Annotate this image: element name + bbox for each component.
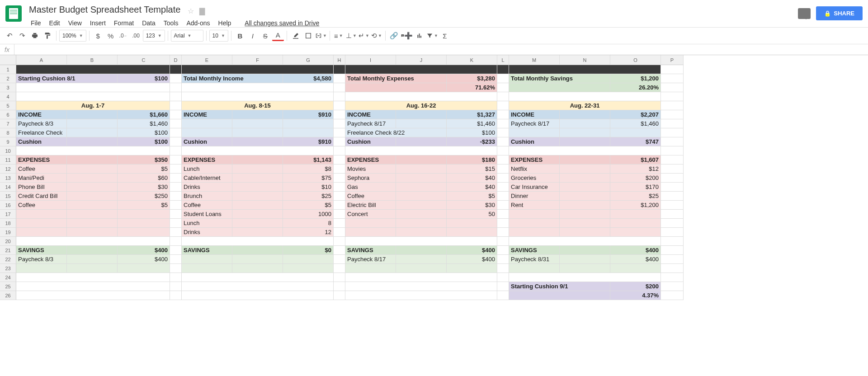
cell[interactable] <box>497 291 509 300</box>
cell[interactable] <box>170 119 182 128</box>
row-21[interactable]: 21 <box>0 246 16 255</box>
cell[interactable] <box>396 210 447 219</box>
cell[interactable]: Paycheck 8/3 <box>16 119 67 128</box>
spreadsheet-grid[interactable]: A B C D E F G H I J K L M N O P 1 2 Star… <box>0 55 868 300</box>
cell[interactable]: Starting Cushion 8/1 <box>16 74 118 83</box>
col-I[interactable]: I <box>345 55 396 65</box>
cell[interactable] <box>509 83 610 92</box>
cell[interactable]: Cushion <box>345 137 396 146</box>
cell[interactable] <box>182 255 232 264</box>
formula-input[interactable] <box>14 44 868 55</box>
cell[interactable]: $5 <box>118 201 170 210</box>
cell[interactable] <box>334 83 345 92</box>
cell[interactable] <box>396 155 447 164</box>
cell[interactable]: Credit Card Bill <box>16 192 67 201</box>
cell[interactable] <box>170 282 182 291</box>
cell[interactable] <box>67 255 118 264</box>
cell[interactable] <box>497 192 509 201</box>
wrap-icon[interactable]: ↵▼ <box>358 30 370 42</box>
cell[interactable]: $4,580 <box>283 74 334 83</box>
cell[interactable] <box>16 291 170 300</box>
cell[interactable] <box>67 246 118 255</box>
cell[interactable] <box>334 192 345 201</box>
cell[interactable]: $40 <box>447 174 497 183</box>
cell[interactable] <box>509 210 560 219</box>
cell[interactable]: Freelance Check 8/22 <box>345 128 447 137</box>
cell[interactable] <box>170 128 182 137</box>
cell[interactable] <box>283 119 334 128</box>
cell[interactable] <box>334 273 345 282</box>
cell[interactable] <box>396 255 447 264</box>
cell[interactable] <box>610 219 661 228</box>
cell[interactable] <box>610 210 661 219</box>
star-icon[interactable]: ☆ <box>188 7 194 15</box>
cell[interactable]: Total Monthly Expenses <box>345 74 447 83</box>
cell[interactable] <box>560 246 610 255</box>
cell[interactable]: Coffee <box>16 201 67 210</box>
cell[interactable] <box>661 246 684 255</box>
col-G[interactable]: G <box>283 55 334 65</box>
row-9[interactable]: 9 <box>0 137 16 146</box>
cell[interactable] <box>16 219 67 228</box>
cell[interactable] <box>170 219 182 228</box>
cell[interactable]: $1,200 <box>610 201 661 210</box>
cell[interactable] <box>661 65 684 74</box>
cell[interactable] <box>661 92 684 101</box>
cell[interactable] <box>497 183 509 192</box>
redo-icon[interactable]: ↷ <box>16 30 28 42</box>
cell[interactable] <box>16 65 170 74</box>
cell[interactable] <box>232 192 283 201</box>
cell[interactable]: $3,280 <box>447 74 497 83</box>
cell[interactable] <box>67 201 118 210</box>
increase-decimal-icon[interactable]: .00 <box>130 30 142 42</box>
merge-icon[interactable]: ▼ <box>315 30 327 42</box>
cell[interactable] <box>560 137 610 146</box>
cell[interactable] <box>170 174 182 183</box>
cell[interactable]: Lunch <box>182 219 232 228</box>
cell[interactable] <box>232 210 283 219</box>
cell[interactable] <box>396 174 447 183</box>
cell[interactable] <box>497 219 509 228</box>
cell[interactable] <box>497 74 509 83</box>
cell[interactable]: Concert <box>345 210 396 219</box>
cell[interactable] <box>170 65 182 74</box>
cell[interactable] <box>560 164 610 174</box>
cell[interactable] <box>170 74 182 83</box>
cell[interactable]: Gas <box>345 183 396 192</box>
cell[interactable]: $200 <box>610 174 661 183</box>
cell[interactable] <box>232 119 283 128</box>
cell[interactable] <box>170 83 182 92</box>
cell[interactable] <box>283 255 334 264</box>
cell[interactable] <box>232 164 283 174</box>
cell[interactable] <box>334 291 345 300</box>
cell[interactable]: $1,200 <box>610 74 661 83</box>
cell[interactable] <box>497 255 509 264</box>
folder-icon[interactable]: ▇ <box>199 7 205 15</box>
menu-view[interactable]: View <box>65 18 85 28</box>
cell[interactable]: $25 <box>610 192 661 201</box>
cell[interactable] <box>67 228 118 237</box>
cell[interactable]: $5 <box>447 192 497 201</box>
cell[interactable] <box>497 201 509 210</box>
cell[interactable] <box>182 83 334 92</box>
col-C[interactable]: C <box>118 55 170 65</box>
row-25[interactable]: 25 <box>0 282 16 291</box>
print-icon[interactable] <box>29 30 41 42</box>
cell[interactable] <box>182 291 334 300</box>
cell[interactable]: SAVINGS <box>509 246 560 255</box>
cell[interactable]: Aug. 1-7 <box>16 101 170 110</box>
comments-icon[interactable] <box>798 8 811 19</box>
select-all-corner[interactable] <box>0 55 16 65</box>
cell[interactable]: $1,143 <box>283 155 334 164</box>
chart-icon[interactable] <box>414 30 425 42</box>
cell[interactable] <box>170 183 182 192</box>
cell[interactable] <box>182 264 232 273</box>
cell[interactable]: $5 <box>118 164 170 174</box>
cell[interactable]: $0 <box>283 246 334 255</box>
rotate-icon[interactable]: ⟲▼ <box>371 30 382 42</box>
font-select[interactable]: Arial▼ <box>171 30 203 42</box>
cell[interactable] <box>497 137 509 146</box>
cell[interactable]: Paycheck 8/17 <box>345 119 396 128</box>
cell[interactable]: $100 <box>118 128 170 137</box>
cell[interactable]: 12 <box>283 228 334 237</box>
